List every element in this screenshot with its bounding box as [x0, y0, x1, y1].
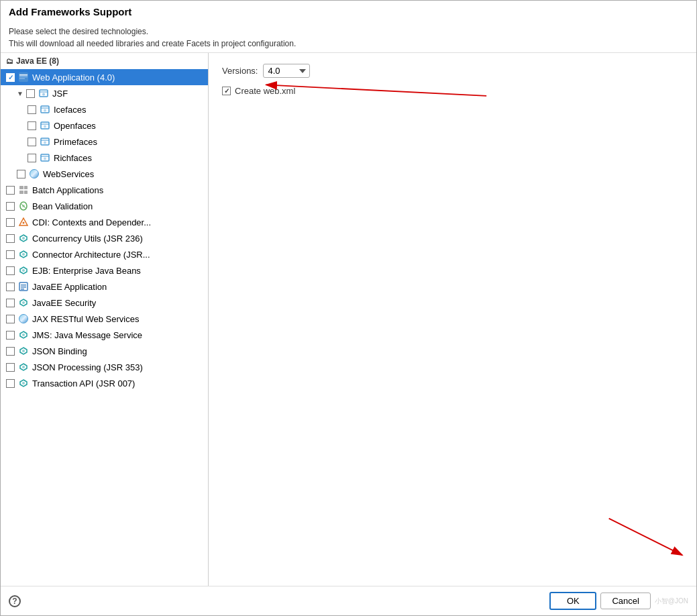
jsf-icon	[38, 88, 49, 99]
connector-label: Connector Architecture (JSR...	[32, 250, 150, 260]
tree-item-json-processing[interactable]: JSON Processing (JSR 353)	[1, 359, 208, 375]
checkbox-transaction[interactable]	[6, 379, 15, 388]
subtitle-line1: Please select the desired technologies.	[9, 27, 148, 36]
svg-line-43	[609, 519, 683, 556]
tree-item-icefaces[interactable]: Icefaces	[1, 101, 208, 117]
create-xml-label: Create web.xml	[235, 86, 295, 96]
concurrency-label: Concurrency Utils (JSR 236)	[32, 234, 143, 244]
checkbox-javaee-app[interactable]	[6, 283, 15, 291]
primefaces-icon	[40, 136, 50, 147]
help-button[interactable]: ?	[9, 595, 21, 607]
versions-label: Versions:	[222, 66, 258, 76]
checkbox-connector[interactable]	[6, 250, 15, 259]
webservices-icon	[29, 168, 40, 179]
connector-icon	[18, 249, 29, 260]
ejb-icon	[18, 265, 29, 276]
checkbox-primefaces[interactable]	[28, 138, 36, 146]
tree-item-javaee-app[interactable]: JavaEE Application	[1, 278, 208, 295]
group-label: Java EE (8)	[16, 56, 59, 66]
richfaces-label: Richfaces	[54, 153, 92, 163]
checkbox-jms[interactable]	[6, 331, 15, 340]
svg-rect-20	[24, 186, 28, 189]
jms-label: JMS: Java Message Service	[32, 330, 142, 340]
svg-point-29	[22, 253, 25, 256]
icefaces-label: Icefaces	[54, 105, 86, 115]
svg-point-36	[22, 333, 25, 336]
checkbox-batch[interactable]	[6, 186, 15, 195]
javaee-app-icon	[18, 281, 29, 292]
checkbox-webservices[interactable]	[17, 170, 25, 178]
jax-restful-icon	[18, 313, 29, 324]
dialog-body: 🗂 Java EE (8) Web Application (4.0)	[1, 53, 696, 586]
create-xml-row: Create web.xml	[222, 86, 683, 96]
checkbox-json-binding[interactable]	[6, 347, 15, 356]
icefaces-icon	[40, 104, 50, 115]
tree-item-openfaces[interactable]: Openfaces	[1, 117, 208, 134]
checkbox-icefaces[interactable]	[28, 105, 36, 114]
create-xml-checkbox[interactable]	[222, 87, 231, 95]
checkbox-cdi[interactable]	[6, 218, 15, 227]
tree-item-json-binding[interactable]: JSON Binding	[1, 343, 208, 359]
left-panel: 🗂 Java EE (8) Web Application (4.0)	[1, 53, 209, 586]
richfaces-icon	[40, 152, 50, 163]
tree-item-concurrency[interactable]: Concurrency Utils (JSR 236)	[1, 230, 208, 246]
tree-item-javaee-security[interactable]: JavaEE Security	[1, 295, 208, 311]
jax-restful-label: JAX RESTful Web Services	[32, 314, 139, 324]
tree-item-ejb[interactable]: EJB: Enterprise Java Beans	[1, 262, 208, 278]
checkbox-richfaces[interactable]	[28, 154, 36, 162]
svg-point-38	[22, 366, 25, 368]
ok-button[interactable]: OK	[549, 592, 596, 610]
json-binding-label: JSON Binding	[32, 346, 87, 356]
tree-item-cdi[interactable]: CDI: Contexts and Depender...	[1, 214, 208, 230]
primefaces-label: Primefaces	[54, 137, 97, 147]
checkbox-jax-restful[interactable]	[6, 315, 15, 323]
bean-validation-label: Bean Validation	[32, 201, 93, 211]
svg-rect-2	[19, 76, 28, 77]
svg-point-12	[44, 125, 46, 128]
svg-point-9	[44, 109, 46, 112]
checkbox-ejb[interactable]	[6, 266, 15, 275]
subtitle-line2: This will download all needed libraries …	[9, 39, 296, 48]
jsf-label: JSF	[52, 89, 68, 99]
tree-item-jax-restful[interactable]: JAX RESTful Web Services	[1, 311, 208, 327]
tree-item-webservices[interactable]: WebServices	[1, 166, 208, 182]
svg-rect-32	[21, 285, 26, 286]
javaee-security-icon	[18, 297, 29, 308]
tree-item-richfaces[interactable]: Richfaces	[1, 150, 208, 166]
tree-item-primefaces[interactable]: Primefaces	[1, 134, 208, 150]
tree-item-transaction[interactable]: Transaction API (JSR 007)	[1, 375, 208, 391]
svg-point-28	[22, 237, 25, 240]
cancel-button[interactable]: Cancel	[600, 593, 650, 609]
svg-rect-21	[19, 191, 23, 194]
svg-rect-33	[21, 287, 26, 288]
checkbox-javaee-security[interactable]	[6, 299, 15, 307]
webservices-label: WebServices	[43, 169, 94, 179]
jsf-expand-arrow[interactable]: ▼	[17, 90, 25, 97]
tree-item-jms[interactable]: JMS: Java Message Service	[1, 327, 208, 343]
checkbox-concurrency[interactable]	[6, 234, 15, 243]
svg-rect-19	[19, 186, 23, 189]
tree-item-web-application[interactable]: Web Application (4.0)	[1, 69, 208, 85]
svg-point-35	[22, 301, 25, 304]
svg-point-30	[22, 269, 25, 272]
tree-item-bean-validation[interactable]: Bean Validation	[1, 198, 208, 214]
checkbox-openfaces[interactable]	[28, 121, 36, 130]
version-select[interactable]: 4.0 3.0 2.5 2.4	[263, 64, 310, 78]
tree-item-connector[interactable]: Connector Architecture (JSR...	[1, 246, 208, 262]
svg-point-27	[23, 222, 25, 224]
tree-item-batch[interactable]: Batch Applications	[1, 182, 208, 198]
concurrency-icon	[18, 233, 29, 244]
checkbox-jsf[interactable]	[26, 89, 35, 98]
svg-rect-3	[19, 79, 25, 79]
openfaces-icon	[40, 120, 50, 131]
checkbox-json-processing[interactable]	[6, 363, 15, 372]
dialog-footer: ? OK Cancel 小智@JON	[1, 586, 696, 615]
tree-item-jsf[interactable]: ▼ JSF	[1, 85, 208, 101]
right-panel: Versions: 4.0 3.0 2.5 2.4 Create web.xml	[209, 53, 696, 586]
annotation-arrows	[209, 53, 696, 586]
watermark: 小智@JON	[655, 597, 688, 606]
checkbox-bean-validation[interactable]	[6, 202, 15, 211]
svg-point-6	[42, 93, 45, 96]
javaee-app-label: JavaEE Application	[32, 282, 107, 292]
checkbox-web-application[interactable]	[6, 73, 15, 82]
